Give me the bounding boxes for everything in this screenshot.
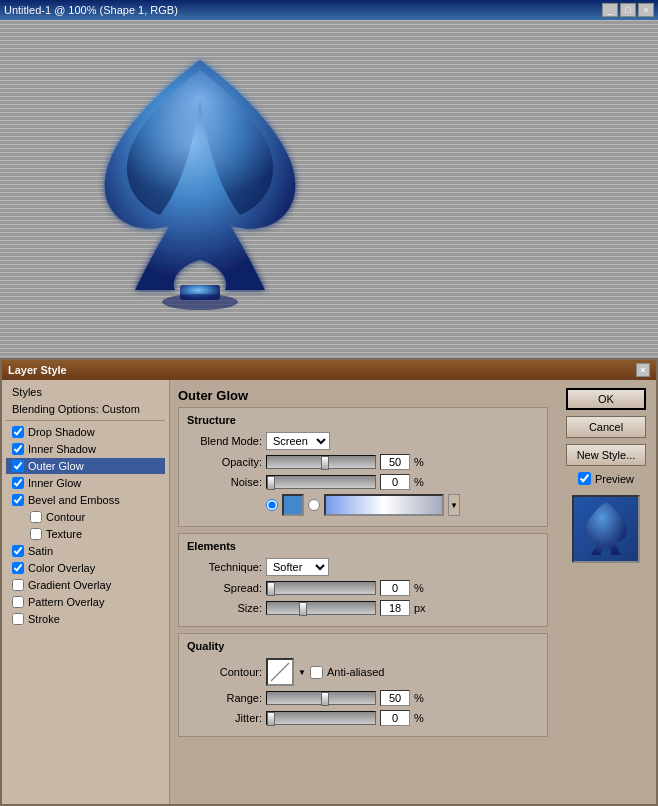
noise-row: Noise: 0 % <box>187 474 539 490</box>
pattern-overlay-checkbox[interactable] <box>12 596 24 608</box>
contour-dropdown-arrow[interactable]: ▼ <box>298 668 306 677</box>
size-unit: px <box>414 602 428 614</box>
stroke-label: Stroke <box>28 613 60 625</box>
sidebar-item-pattern-overlay[interactable]: Pattern Overlay <box>6 594 165 610</box>
bevel-emboss-label: Bevel and Emboss <box>28 494 120 506</box>
structure-section: Structure Blend Mode: Screen Normal Mult… <box>178 407 548 527</box>
sidebar-item-inner-shadow[interactable]: Inner Shadow <box>6 441 165 457</box>
contour-checkbox[interactable] <box>30 511 42 523</box>
app-title: Untitled-1 @ 100% (Shape 1, RGB) <box>4 4 178 16</box>
preview-checkbox[interactable] <box>578 472 591 485</box>
sidebar-item-inner-glow[interactable]: Inner Glow <box>6 475 165 491</box>
layer-style-dialog: Layer Style × Styles Blending Options: C… <box>0 358 658 806</box>
jitter-slider[interactable] <box>266 711 376 725</box>
blend-mode-row: Blend Mode: Screen Normal Multiply <box>187 432 539 450</box>
spread-value[interactable]: 0 <box>380 580 410 596</box>
sidebar-item-contour[interactable]: Contour <box>6 509 165 525</box>
inner-glow-checkbox[interactable] <box>12 477 24 489</box>
range-value[interactable]: 50 <box>380 690 410 706</box>
stroke-checkbox[interactable] <box>12 613 24 625</box>
noise-value[interactable]: 0 <box>380 474 410 490</box>
spade-container <box>60 40 340 370</box>
outer-glow-title: Outer Glow <box>178 388 548 403</box>
minimize-button[interactable]: _ <box>602 3 618 17</box>
bevel-emboss-checkbox[interactable] <box>12 494 24 506</box>
opacity-unit: % <box>414 456 428 468</box>
preview-spade-icon <box>581 499 631 559</box>
spread-slider[interactable] <box>266 581 376 595</box>
satin-checkbox[interactable] <box>12 545 24 557</box>
sidebar-item-gradient-overlay[interactable]: Gradient Overlay <box>6 577 165 593</box>
noise-slider[interactable] <box>266 475 376 489</box>
technique-select[interactable]: Softer Precise <box>266 558 329 576</box>
blend-mode-select[interactable]: Screen Normal Multiply <box>266 432 330 450</box>
color-overlay-label: Color Overlay <box>28 562 95 574</box>
texture-checkbox[interactable] <box>30 528 42 540</box>
outer-glow-checkbox[interactable] <box>12 460 24 472</box>
technique-label: Technique: <box>187 561 262 573</box>
sidebar-item-satin[interactable]: Satin <box>6 543 165 559</box>
opacity-row: Opacity: 50 % <box>187 454 539 470</box>
elements-title: Elements <box>187 540 539 552</box>
styles-label: Styles <box>12 386 42 398</box>
cancel-button[interactable]: Cancel <box>566 416 646 438</box>
spread-row: Spread: 0 % <box>187 580 539 596</box>
gradient-overlay-checkbox[interactable] <box>12 579 24 591</box>
sidebar-item-outer-glow[interactable]: Outer Glow <box>6 458 165 474</box>
sidebar-item-bevel-emboss[interactable]: Bevel and Emboss <box>6 492 165 508</box>
close-button[interactable]: × <box>638 3 654 17</box>
svg-line-0 <box>271 663 289 681</box>
range-slider[interactable] <box>266 691 376 705</box>
color-swatch[interactable] <box>282 494 304 516</box>
drop-shadow-label: Drop Shadow <box>28 426 95 438</box>
size-slider[interactable] <box>266 601 376 615</box>
sidebar-item-drop-shadow[interactable]: Drop Shadow <box>6 424 165 440</box>
gradient-swatch[interactable] <box>324 494 444 516</box>
opacity-slider[interactable] <box>266 455 376 469</box>
canvas-area <box>0 20 658 378</box>
maximize-button[interactable]: □ <box>620 3 636 17</box>
satin-label: Satin <box>28 545 53 557</box>
new-style-button[interactable]: New Style... <box>566 444 646 466</box>
window-controls[interactable]: _ □ × <box>602 3 654 17</box>
sidebar-item-blending[interactable]: Blending Options: Custom <box>6 401 165 417</box>
sidebar-item-color-overlay[interactable]: Color Overlay <box>6 560 165 576</box>
sidebar-item-styles[interactable]: Styles <box>6 384 165 400</box>
range-row: Range: 50 % <box>187 690 539 706</box>
anti-aliased-label: Anti-aliased <box>327 666 384 678</box>
preview-box <box>572 495 640 563</box>
gradient-arrow[interactable]: ▼ <box>448 494 460 516</box>
range-unit: % <box>414 692 428 704</box>
color-overlay-checkbox[interactable] <box>12 562 24 574</box>
size-value[interactable]: 18 <box>380 600 410 616</box>
texture-label: Texture <box>46 528 82 540</box>
spread-label: Spread: <box>187 582 262 594</box>
anti-aliased-checkbox[interactable] <box>310 666 323 679</box>
inner-shadow-label: Inner Shadow <box>28 443 96 455</box>
inner-shadow-checkbox[interactable] <box>12 443 24 455</box>
contour-label: Contour <box>46 511 85 523</box>
size-label: Size: <box>187 602 262 614</box>
sidebar-item-stroke[interactable]: Stroke <box>6 611 165 627</box>
contour-row: Contour: ▼ Anti-aliased <box>187 658 539 686</box>
jitter-row: Jitter: 0 % <box>187 710 539 726</box>
noise-unit: % <box>414 476 428 488</box>
noise-label: Noise: <box>187 476 262 488</box>
jitter-value[interactable]: 0 <box>380 710 410 726</box>
spade-shape <box>70 50 330 360</box>
drop-shadow-checkbox[interactable] <box>12 426 24 438</box>
action-panel: OK Cancel New Style... Preview <box>556 380 656 804</box>
gradient-overlay-label: Gradient Overlay <box>28 579 111 591</box>
dialog-close-button[interactable]: × <box>636 363 650 377</box>
jitter-unit: % <box>414 712 428 724</box>
right-panel: Outer Glow Structure Blend Mode: Screen … <box>170 380 556 804</box>
size-row: Size: 18 px <box>187 600 539 616</box>
contour-thumbnail[interactable] <box>266 658 294 686</box>
ok-button[interactable]: OK <box>566 388 646 410</box>
sidebar-item-texture[interactable]: Texture <box>6 526 165 542</box>
solid-color-radio[interactable] <box>266 499 278 511</box>
elements-section: Elements Technique: Softer Precise Sprea… <box>178 533 548 627</box>
opacity-value[interactable]: 50 <box>380 454 410 470</box>
app-title-bar: Untitled-1 @ 100% (Shape 1, RGB) _ □ × <box>0 0 658 20</box>
gradient-radio[interactable] <box>308 499 320 511</box>
